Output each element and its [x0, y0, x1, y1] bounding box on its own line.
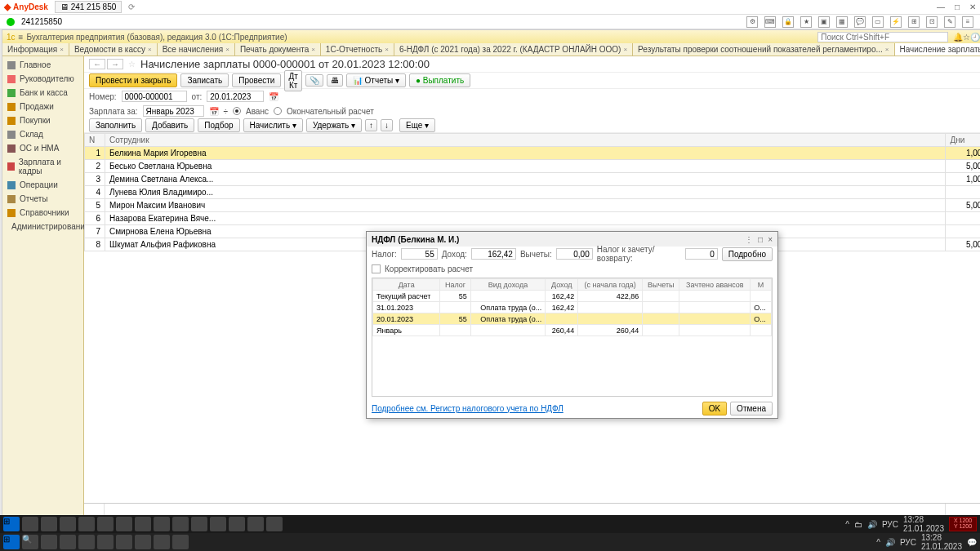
task-icon[interactable] [135, 535, 151, 549]
print-button[interactable]: 🖶 [327, 74, 343, 87]
sidebar-item[interactable]: ОС и НМА [2, 141, 83, 155]
menu-icon[interactable]: ≡ [19, 33, 24, 42]
sidebar-item[interactable]: Банк и касса [2, 86, 83, 100]
save-button[interactable]: Записать [180, 73, 229, 87]
tab[interactable]: Печать документа× [235, 43, 321, 56]
task-icon[interactable] [135, 517, 151, 531]
fwd-icon[interactable]: → [107, 59, 123, 69]
sidebar-item[interactable]: Продажи [2, 100, 83, 113]
start-button[interactable]: ⊞ [3, 517, 20, 531]
task-icon[interactable] [78, 535, 95, 549]
task-icon[interactable] [116, 535, 132, 549]
tool-icon[interactable]: ≡ [962, 16, 973, 28]
task-icon[interactable] [97, 517, 114, 531]
fill-button[interactable]: Заполнить [89, 118, 142, 132]
return-input[interactable] [685, 248, 718, 260]
task-icon[interactable] [154, 535, 170, 549]
tool-icon[interactable]: ⚡ [890, 16, 902, 28]
register-link[interactable]: Подробнее см. Регистр налогового учета п… [372, 404, 564, 413]
deduct-input[interactable] [556, 248, 593, 260]
sidebar-item[interactable]: Справочники [2, 206, 83, 220]
maximize-icon[interactable]: □ [758, 235, 763, 244]
star-icon[interactable]: ☆ [128, 60, 136, 69]
calendar-icon[interactable]: 📅 [209, 107, 219, 116]
tool-icon[interactable]: 💬 [854, 16, 866, 28]
task-icon[interactable] [116, 517, 132, 531]
maximize-icon[interactable]: □ [955, 2, 960, 11]
ok-button[interactable]: OK [702, 402, 727, 415]
ndfl-grid[interactable]: ДатаНалогВид доходаДоход(с начала года)В… [372, 278, 773, 397]
task-icon[interactable] [154, 517, 170, 531]
radio-avans[interactable] [233, 107, 241, 115]
tab[interactable]: Ведомости в кассу× [69, 43, 158, 56]
task-icon[interactable] [41, 535, 57, 549]
table-row[interactable]: 5Мирон Максим Иванович5,00 [85, 199, 981, 212]
task-icon[interactable] [191, 517, 207, 531]
post-close-button[interactable]: Провести и закрыть [89, 73, 177, 87]
task-icon[interactable] [172, 517, 189, 531]
sidebar-item[interactable]: Администрирование [2, 220, 83, 233]
table-row[interactable]: 20.01.202355Оплата труда (о...О... [373, 313, 772, 325]
tool-icon[interactable]: ▣ [818, 16, 830, 28]
task-icon[interactable] [229, 517, 245, 531]
calc-button[interactable]: Начислить ▾ [243, 118, 303, 132]
reports-button[interactable]: 📊 Отчеты ▾ [346, 73, 406, 87]
detail-button[interactable]: Подробно [722, 247, 773, 261]
income-input[interactable] [471, 248, 516, 260]
anydesk-session-tab[interactable]: 🖥 241 215 850 [55, 1, 122, 13]
period-input[interactable] [143, 105, 204, 117]
table-row[interactable]: 6Назарова Екатерина Вяче... [85, 212, 981, 225]
tab[interactable]: Информация× [2, 43, 69, 56]
history-icon[interactable]: 🕘 [970, 33, 980, 42]
table-row[interactable]: Текущий расчет55162,42422,86 [373, 291, 772, 302]
back-icon[interactable]: ← [89, 59, 105, 69]
tool-icon[interactable]: ⊞ [908, 16, 920, 28]
tab[interactable]: 1С-Отчетность× [321, 43, 394, 56]
task-icon[interactable] [210, 517, 226, 531]
pick-button[interactable]: Подбор [198, 118, 239, 132]
down-button[interactable]: ↓ [381, 119, 393, 131]
post-button[interactable]: Провести [232, 73, 281, 87]
pay-button[interactable]: ● Выплатить [409, 73, 470, 87]
task-icon[interactable] [172, 535, 189, 549]
sidebar-item[interactable]: Склад [2, 127, 83, 141]
cancel-button[interactable]: Отмена [730, 402, 773, 415]
tax-input[interactable] [401, 248, 438, 260]
task-icon[interactable] [22, 517, 38, 531]
star-icon[interactable]: ☆ [963, 33, 970, 42]
tool-icon[interactable]: ⌨ [764, 16, 776, 28]
tool-icon[interactable]: ▦ [836, 16, 848, 28]
sidebar-item[interactable]: Покупки [2, 113, 83, 127]
table-row[interactable]: 1Белкина Мария Игоревна1,001,00162,4255,… [85, 147, 981, 160]
search-input[interactable] [817, 32, 948, 42]
date-input[interactable] [207, 91, 264, 102]
tool-icon[interactable]: ▭ [872, 16, 884, 28]
table-row[interactable]: Январь260,44260,44 [373, 325, 772, 336]
task-icon[interactable] [60, 517, 76, 531]
more-button[interactable]: Еще ▾ [399, 118, 435, 132]
sidebar-item[interactable]: Операции [2, 178, 83, 192]
calendar-icon[interactable]: 📅 [269, 92, 278, 101]
sidebar-item[interactable]: Зарплата и кадры [2, 155, 83, 178]
close-icon[interactable]: × [768, 235, 773, 244]
correct-checkbox[interactable] [372, 264, 381, 273]
close-icon[interactable]: ✕ [969, 2, 976, 11]
menu-icon[interactable]: ⋮ [745, 235, 753, 244]
task-icon[interactable] [247, 517, 264, 531]
task-icon[interactable] [60, 535, 76, 549]
tab[interactable]: 6-НДФЛ (с 2021 года) за 2022 г. (КАДАСТР… [394, 43, 633, 56]
refresh-icon[interactable]: ⟳ [128, 2, 135, 11]
table-row[interactable]: 2Бесько Светлана Юрьевна5,004 872,601 13… [85, 160, 981, 173]
task-icon[interactable] [266, 517, 283, 531]
number-input[interactable] [122, 91, 187, 102]
minimize-icon[interactable]: — [937, 2, 945, 11]
up-button[interactable]: ↑ [365, 119, 377, 131]
table-row[interactable]: 31.01.2023Оплата труда (о...162,42О... [373, 302, 772, 313]
add-button[interactable]: Добавить [145, 118, 194, 132]
tool-icon[interactable]: ✎ [944, 16, 956, 28]
radio-final[interactable] [274, 107, 282, 115]
bell-icon[interactable]: 🔔 [953, 33, 963, 42]
start-button[interactable]: ⊞ [3, 535, 20, 549]
task-icon[interactable] [97, 535, 114, 549]
table-row[interactable]: 4Лунева Юлия Владимиро... [85, 186, 981, 199]
